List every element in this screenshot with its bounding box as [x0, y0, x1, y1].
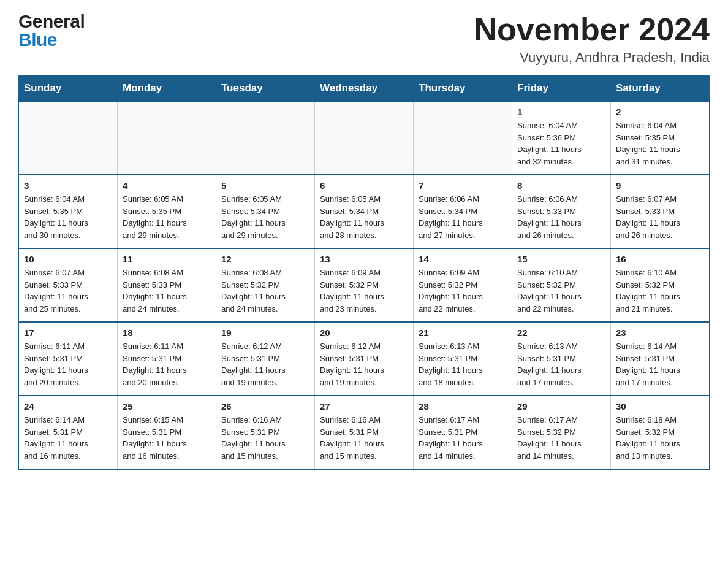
- day-info: Sunrise: 6:06 AM Sunset: 5:34 PM Dayligh…: [419, 193, 507, 241]
- day-number: 20: [320, 327, 408, 338]
- calendar-cell: 1Sunrise: 6:04 AM Sunset: 5:36 PM Daylig…: [512, 101, 611, 175]
- day-number: 26: [221, 401, 309, 412]
- day-number: 22: [517, 327, 605, 338]
- calendar-cell: 11Sunrise: 6:08 AM Sunset: 5:33 PM Dayli…: [118, 248, 216, 322]
- day-info: Sunrise: 6:05 AM Sunset: 5:35 PM Dayligh…: [123, 193, 211, 241]
- day-info: Sunrise: 6:15 AM Sunset: 5:31 PM Dayligh…: [123, 414, 211, 462]
- logo-general-text: General: [18, 12, 85, 31]
- calendar-cell: 5Sunrise: 6:05 AM Sunset: 5:34 PM Daylig…: [216, 175, 315, 248]
- day-number: 6: [320, 180, 408, 191]
- day-info: Sunrise: 6:14 AM Sunset: 5:31 PM Dayligh…: [24, 414, 112, 462]
- calendar-title: November 2024: [474, 12, 710, 47]
- calendar-table: Sunday Monday Tuesday Wednesday Thursday…: [18, 75, 710, 470]
- day-number: 24: [24, 401, 112, 412]
- calendar-week-row: 1Sunrise: 6:04 AM Sunset: 5:36 PM Daylig…: [19, 101, 710, 175]
- day-number: 16: [616, 254, 704, 264]
- day-info: Sunrise: 6:18 AM Sunset: 5:32 PM Dayligh…: [616, 414, 704, 462]
- day-info: Sunrise: 6:07 AM Sunset: 5:33 PM Dayligh…: [616, 193, 704, 241]
- day-number: 8: [517, 180, 605, 191]
- calendar-body: 1Sunrise: 6:04 AM Sunset: 5:36 PM Daylig…: [19, 101, 710, 469]
- logo: General Blue: [18, 12, 85, 49]
- day-number: 17: [24, 327, 112, 338]
- day-info: Sunrise: 6:08 AM Sunset: 5:33 PM Dayligh…: [123, 267, 211, 315]
- day-info: Sunrise: 6:13 AM Sunset: 5:31 PM Dayligh…: [517, 340, 605, 388]
- calendar-cell: 21Sunrise: 6:13 AM Sunset: 5:31 PM Dayli…: [414, 322, 512, 396]
- calendar-cell: 24Sunrise: 6:14 AM Sunset: 5:31 PM Dayli…: [19, 396, 118, 469]
- calendar-cell: 8Sunrise: 6:06 AM Sunset: 5:33 PM Daylig…: [512, 175, 611, 248]
- calendar-cell: 18Sunrise: 6:11 AM Sunset: 5:31 PM Dayli…: [118, 322, 216, 396]
- calendar-cell: 12Sunrise: 6:08 AM Sunset: 5:32 PM Dayli…: [216, 248, 315, 322]
- day-number: 5: [221, 180, 309, 191]
- day-number: 27: [320, 401, 408, 412]
- day-number: 23: [616, 327, 704, 338]
- day-number: 13: [320, 254, 408, 264]
- day-number: 2: [616, 107, 704, 117]
- day-info: Sunrise: 6:11 AM Sunset: 5:31 PM Dayligh…: [123, 340, 211, 388]
- col-saturday: Saturday: [611, 76, 710, 102]
- col-wednesday: Wednesday: [315, 76, 414, 102]
- day-number: 3: [24, 180, 112, 191]
- day-info: Sunrise: 6:05 AM Sunset: 5:34 PM Dayligh…: [320, 193, 408, 241]
- day-info: Sunrise: 6:12 AM Sunset: 5:31 PM Dayligh…: [320, 340, 408, 388]
- calendar-subtitle: Vuyyuru, Andhra Pradesh, India: [474, 50, 710, 66]
- day-info: Sunrise: 6:17 AM Sunset: 5:32 PM Dayligh…: [517, 414, 605, 462]
- logo-blue-text: Blue: [18, 31, 85, 49]
- day-info: Sunrise: 6:09 AM Sunset: 5:32 PM Dayligh…: [419, 267, 507, 315]
- day-number: 12: [221, 254, 309, 264]
- calendar-cell: 27Sunrise: 6:16 AM Sunset: 5:31 PM Dayli…: [315, 396, 414, 469]
- calendar-cell: [216, 101, 315, 175]
- day-info: Sunrise: 6:05 AM Sunset: 5:34 PM Dayligh…: [221, 193, 309, 241]
- calendar-cell: 25Sunrise: 6:15 AM Sunset: 5:31 PM Dayli…: [118, 396, 216, 469]
- calendar-cell: 7Sunrise: 6:06 AM Sunset: 5:34 PM Daylig…: [414, 175, 512, 248]
- calendar-cell: 22Sunrise: 6:13 AM Sunset: 5:31 PM Dayli…: [512, 322, 611, 396]
- calendar-cell: 20Sunrise: 6:12 AM Sunset: 5:31 PM Dayli…: [315, 322, 414, 396]
- calendar-cell: 10Sunrise: 6:07 AM Sunset: 5:33 PM Dayli…: [19, 248, 118, 322]
- day-number: 15: [517, 254, 605, 264]
- day-number: 30: [616, 401, 704, 412]
- day-info: Sunrise: 6:17 AM Sunset: 5:31 PM Dayligh…: [419, 414, 507, 462]
- page-header: General Blue November 2024 Vuyyuru, Andh…: [18, 12, 710, 66]
- col-friday: Friday: [512, 76, 611, 102]
- calendar-cell: [315, 101, 414, 175]
- day-number: 19: [221, 327, 309, 338]
- calendar-cell: 3Sunrise: 6:04 AM Sunset: 5:35 PM Daylig…: [19, 175, 118, 248]
- calendar-cell: 19Sunrise: 6:12 AM Sunset: 5:31 PM Dayli…: [216, 322, 315, 396]
- calendar-cell: 14Sunrise: 6:09 AM Sunset: 5:32 PM Dayli…: [414, 248, 512, 322]
- calendar-week-row: 10Sunrise: 6:07 AM Sunset: 5:33 PM Dayli…: [19, 248, 710, 322]
- day-number: 25: [123, 401, 211, 412]
- calendar-cell: 6Sunrise: 6:05 AM Sunset: 5:34 PM Daylig…: [315, 175, 414, 248]
- calendar-cell: [118, 101, 216, 175]
- day-number: 29: [517, 401, 605, 412]
- day-number: 9: [616, 180, 704, 191]
- calendar-cell: 16Sunrise: 6:10 AM Sunset: 5:32 PM Dayli…: [611, 248, 710, 322]
- day-info: Sunrise: 6:12 AM Sunset: 5:31 PM Dayligh…: [221, 340, 309, 388]
- day-info: Sunrise: 6:14 AM Sunset: 5:31 PM Dayligh…: [616, 340, 704, 388]
- calendar-cell: 23Sunrise: 6:14 AM Sunset: 5:31 PM Dayli…: [611, 322, 710, 396]
- calendar-cell: 2Sunrise: 6:04 AM Sunset: 5:35 PM Daylig…: [611, 101, 710, 175]
- calendar-week-row: 24Sunrise: 6:14 AM Sunset: 5:31 PM Dayli…: [19, 396, 710, 469]
- day-info: Sunrise: 6:04 AM Sunset: 5:36 PM Dayligh…: [517, 120, 605, 167]
- calendar-header: Sunday Monday Tuesday Wednesday Thursday…: [19, 76, 710, 102]
- day-number: 21: [419, 327, 507, 338]
- day-info: Sunrise: 6:07 AM Sunset: 5:33 PM Dayligh…: [24, 267, 112, 315]
- day-info: Sunrise: 6:10 AM Sunset: 5:32 PM Dayligh…: [616, 267, 704, 315]
- day-number: 11: [123, 254, 211, 264]
- title-block: November 2024 Vuyyuru, Andhra Pradesh, I…: [474, 12, 710, 66]
- col-sunday: Sunday: [19, 76, 118, 102]
- day-number: 10: [24, 254, 112, 264]
- day-info: Sunrise: 6:13 AM Sunset: 5:31 PM Dayligh…: [419, 340, 507, 388]
- calendar-cell: 9Sunrise: 6:07 AM Sunset: 5:33 PM Daylig…: [611, 175, 710, 248]
- calendar-cell: 15Sunrise: 6:10 AM Sunset: 5:32 PM Dayli…: [512, 248, 611, 322]
- calendar-week-row: 17Sunrise: 6:11 AM Sunset: 5:31 PM Dayli…: [19, 322, 710, 396]
- day-number: 4: [123, 180, 211, 191]
- day-info: Sunrise: 6:16 AM Sunset: 5:31 PM Dayligh…: [320, 414, 408, 462]
- calendar-cell: [19, 101, 118, 175]
- day-info: Sunrise: 6:06 AM Sunset: 5:33 PM Dayligh…: [517, 193, 605, 241]
- day-number: 28: [419, 401, 507, 412]
- calendar-cell: 29Sunrise: 6:17 AM Sunset: 5:32 PM Dayli…: [512, 396, 611, 469]
- weekday-header-row: Sunday Monday Tuesday Wednesday Thursday…: [19, 76, 710, 102]
- col-monday: Monday: [118, 76, 216, 102]
- day-number: 1: [517, 107, 605, 117]
- day-number: 14: [419, 254, 507, 264]
- day-info: Sunrise: 6:09 AM Sunset: 5:32 PM Dayligh…: [320, 267, 408, 315]
